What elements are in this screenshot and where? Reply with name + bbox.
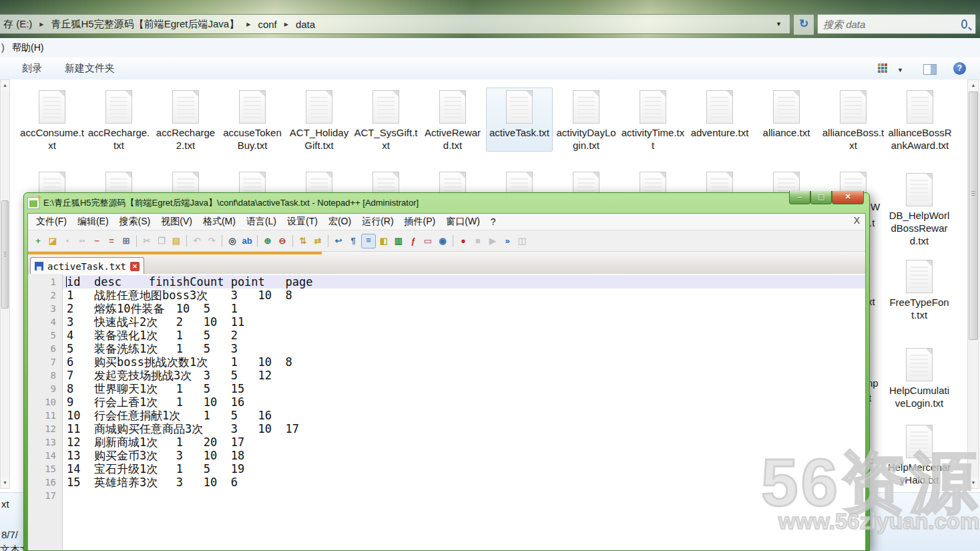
find-icon[interactable]: ◎ xyxy=(226,234,239,248)
maximize-button[interactable]: ▢ xyxy=(810,191,832,204)
menu-item[interactable]: ? xyxy=(485,216,501,227)
file-item[interactable]: activeTask.txt xyxy=(486,87,553,152)
tab-close-icon[interactable]: ✕ xyxy=(130,262,140,271)
breadcrumb-drive[interactable]: 存 (E:) xyxy=(3,18,32,31)
file-item[interactable]: HelpCumulativeLogin.txt xyxy=(883,345,956,409)
menu-item[interactable]: 语言(L) xyxy=(241,216,282,228)
burn-button[interactable]: 刻录 xyxy=(22,62,42,75)
menu-item[interactable]: 宏(O) xyxy=(323,216,356,228)
file-item[interactable]: accuseTokenBuy.txt xyxy=(219,87,286,152)
user-language-icon[interactable]: ◧ xyxy=(377,234,391,248)
menu-item[interactable]: 编辑(E) xyxy=(72,216,114,228)
preview-pane-button[interactable] xyxy=(923,64,937,75)
menu-item[interactable]: 窗口(W) xyxy=(441,216,485,228)
help-button[interactable]: ? xyxy=(953,62,966,75)
close-button[interactable]: ✕ xyxy=(832,191,864,204)
change-view-button[interactable] xyxy=(878,63,890,74)
breadcrumb-segment[interactable]: conf xyxy=(258,19,276,30)
search-input[interactable] xyxy=(818,19,961,30)
notepad-app-icon xyxy=(27,197,39,209)
close-all-icon[interactable]: = xyxy=(105,234,118,248)
monitor-eye-icon[interactable]: ◉ xyxy=(436,234,449,248)
file-item[interactable]: ACT_HolidayGift.txt xyxy=(286,87,352,152)
file-item[interactable]: allianceBoss.txt xyxy=(820,87,887,152)
file-item[interactable]: HelpMercenaryHalo.txt xyxy=(883,422,956,486)
new-file-icon[interactable]: + xyxy=(31,234,45,248)
tab-bar: activeTask.txt ✕ xyxy=(28,254,865,275)
file-item[interactable]: ActiveReward.txt xyxy=(419,87,486,152)
scrollbar-thumb[interactable] xyxy=(1,200,9,309)
file-label-fragment: W xyxy=(871,201,880,212)
breadcrumb-segment[interactable]: data xyxy=(296,19,315,30)
menu-item[interactable]: 格式(M) xyxy=(198,216,241,228)
new-folder-button[interactable]: 新建文件夹 xyxy=(65,62,115,75)
breadcrumb-separator-icon: ▶ xyxy=(39,21,43,27)
macro-record-icon[interactable]: ● xyxy=(457,234,470,248)
close-document-x[interactable]: X xyxy=(854,215,860,226)
scroll-down-icon[interactable]: ▼ xyxy=(968,478,979,488)
print-icon[interactable]: ⊞ xyxy=(119,234,133,248)
redo-icon: ↷ xyxy=(205,234,218,248)
file-item[interactable]: accConsume.txt xyxy=(19,87,85,152)
macro-run-multiple-icon[interactable]: » xyxy=(501,234,514,248)
text-file-icon xyxy=(840,90,867,124)
menu-item-help[interactable]: 帮助(H) xyxy=(9,42,46,54)
menu-item[interactable]: 插件(P) xyxy=(399,216,441,228)
folder-as-workspace-icon[interactable]: ▭ xyxy=(421,234,435,248)
editor-text[interactable]: id desc finishCount point page1 战胜任意地图bo… xyxy=(63,274,865,550)
menu-item[interactable]: 视图(V) xyxy=(156,216,198,228)
save-file-icon: ▪ xyxy=(61,234,74,248)
file-item[interactable]: adventure.txt xyxy=(686,87,753,152)
file-item[interactable]: accRecharge.txt xyxy=(85,87,152,152)
address-dropdown-icon[interactable]: ▼ xyxy=(772,18,786,30)
tab-activetask[interactable]: activeTask.txt ✕ xyxy=(30,257,144,274)
file-item[interactable]: FreeTypeFont.txt xyxy=(883,257,956,321)
menu-item[interactable]: 设置(T) xyxy=(282,216,323,228)
editor-line: 15 英雄培养3次 3 10 6 xyxy=(63,476,865,489)
editor-line: id desc finishCount point page xyxy=(63,275,865,289)
zoom-out-icon[interactable]: ⊖ xyxy=(276,234,289,248)
replace-icon[interactable]: ab xyxy=(240,234,254,248)
file-name-label: activityTime.txt xyxy=(621,126,685,152)
sync-vertical-icon[interactable]: ⇅ xyxy=(296,234,310,248)
toolbar-separator xyxy=(222,235,222,247)
menu-item[interactable]: 运行(R) xyxy=(356,216,399,228)
function-list-icon[interactable]: ƒ xyxy=(407,234,420,248)
breadcrumb-segment[interactable]: 青丘狐H5完整源码【前端Egret后端Java】 xyxy=(51,18,240,31)
breadcrumb-separator-icon: ▶ xyxy=(246,21,250,27)
text-file-icon xyxy=(506,90,533,124)
file-item[interactable]: allianceBossRankAward.txt xyxy=(887,87,953,152)
breadcrumb-separator-icon: ▶ xyxy=(284,21,288,27)
sync-horizontal-icon[interactable]: ⇄ xyxy=(311,234,324,248)
show-all-characters-icon[interactable]: ¶ xyxy=(346,234,360,248)
document-map-icon[interactable]: ▥ xyxy=(392,234,405,248)
editor[interactable]: 1234567891011121314151617 id desc finish… xyxy=(28,274,865,550)
scroll-up-icon[interactable]: ▲ xyxy=(968,80,979,91)
search-box[interactable] xyxy=(817,14,976,34)
window-controls: – ▢ ✕ xyxy=(789,191,864,204)
menu-item[interactable]: 文件(F) xyxy=(31,216,72,228)
paste-icon[interactable]: ▤ xyxy=(170,234,183,248)
file-item[interactable]: DB_HelpWorldBossReward.txt xyxy=(883,170,956,247)
file-item[interactable]: ACT_SysGift.txt xyxy=(352,87,419,152)
desktop: 存 (E:)▶青丘狐H5完整源码【前端Egret后端Java】▶conf▶dat… xyxy=(0,0,980,551)
file-item[interactable]: alliance.txt xyxy=(753,87,820,152)
editor-line xyxy=(63,489,865,502)
file-item[interactable]: accRecharge2.txt xyxy=(152,87,219,152)
indent-guide-icon[interactable]: ≡ xyxy=(361,234,376,248)
file-item[interactable]: activityDayLogin.txt xyxy=(553,87,620,152)
refresh-button[interactable]: ↻ xyxy=(793,14,814,35)
close-file-icon[interactable]: − xyxy=(90,234,103,248)
address-bar[interactable]: 存 (E:)▶青丘狐H5完整源码【前端Egret后端Java】▶conf▶dat… xyxy=(0,14,790,34)
open-file-icon[interactable]: ◪ xyxy=(46,234,59,248)
editor-line: 7 发起竞技场挑战3次 3 5 12 xyxy=(63,369,865,382)
scroll-down-icon[interactable]: ▼ xyxy=(1,478,9,488)
word-wrap-icon[interactable]: ↩ xyxy=(332,234,345,248)
minimize-button[interactable]: – xyxy=(789,191,810,204)
file-item[interactable]: activityTime.txt xyxy=(620,87,686,152)
scroll-up-icon[interactable]: ▲ xyxy=(1,80,9,91)
change-view-dropdown-icon[interactable]: ▼ xyxy=(897,67,903,73)
menu-item[interactable]: 搜索(S) xyxy=(114,216,156,228)
zoom-in-icon[interactable]: ⊕ xyxy=(261,234,274,248)
scrollbar-thumb[interactable] xyxy=(969,91,978,340)
